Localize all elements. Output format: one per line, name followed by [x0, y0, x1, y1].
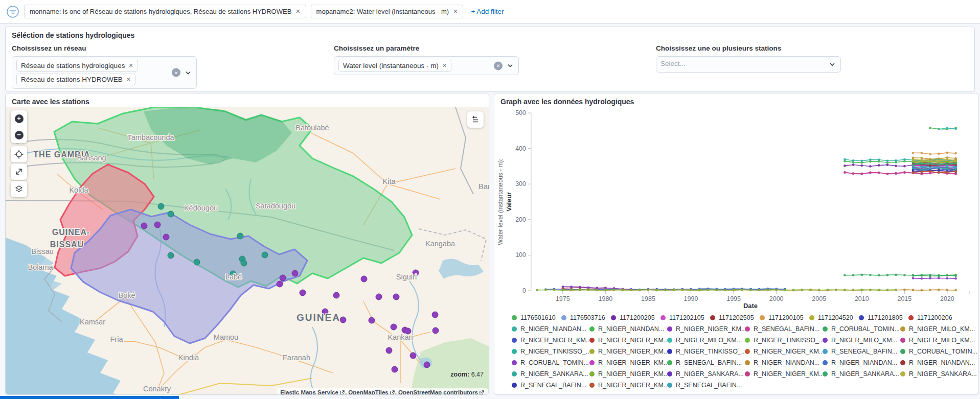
legend-item: 1171200205 [611, 314, 660, 321]
station-marker-teal[interactable] [241, 260, 247, 266]
legend-label: R_NIGER_TINKISSO_... [676, 348, 745, 355]
legend-dot [512, 326, 517, 332]
legend-dot [512, 349, 517, 354]
forest-area [409, 338, 489, 395]
add-filter-button[interactable]: + Add filter [471, 8, 504, 15]
clear-selection-icon[interactable]: ✕ [172, 68, 180, 77]
legend-dot [745, 371, 750, 377]
fit-to-data-button[interactable] [11, 146, 27, 162]
legend-item: 1176503716 [561, 314, 611, 321]
chevron-down-icon[interactable] [828, 60, 836, 68]
filter-funnel-icon[interactable] [6, 5, 19, 18]
legend-dot [900, 338, 905, 343]
station-marker-purple[interactable] [280, 275, 286, 281]
legend-label: 1176501610 [520, 314, 556, 321]
attribution-link[interactable]: OpenStreetMap contributors [398, 389, 478, 395]
station-marker-purple[interactable] [432, 312, 438, 318]
zoom-in-button[interactable]: + [11, 110, 27, 127]
station-marker-purple[interactable] [392, 366, 398, 372]
map-label: Satadougou [256, 202, 295, 210]
legend-row: 1176501610117650371611712002051171202105… [512, 312, 978, 323]
station-marker-purple[interactable] [432, 327, 439, 334]
station-marker-purple[interactable] [333, 292, 339, 298]
legend-item: R_SENEGAL_BAFIN... [823, 348, 900, 355]
station-marker-teal[interactable] [194, 259, 200, 265]
legend-label: R_NIGER_SANKARA... [520, 370, 588, 378]
parameter-pill-1[interactable]: Water level (instantaneous - m) ✕ [338, 60, 451, 72]
station-marker-purple[interactable] [163, 234, 169, 240]
chevron-down-icon[interactable] [184, 68, 192, 77]
map-label: Bam [478, 182, 489, 191]
map-image[interactable]: TambacoundaBafoulabéKitaBamTHE GAMBIABan… [6, 107, 489, 395]
legend-label: R_NIGER_NIANDAN... [520, 325, 586, 333]
chart-legend: 1176501610117650371611712002051171202105… [494, 310, 978, 391]
filter-pill-label: mopaname2: Water level (instantaneous - … [316, 8, 449, 15]
reservoir [439, 259, 484, 279]
station-marker-purple[interactable] [154, 222, 161, 228]
map-legend-toggle-button[interactable] [467, 111, 484, 128]
draw-tools-button[interactable] [11, 181, 27, 197]
station-marker-purple[interactable] [376, 294, 382, 300]
stations-combobox[interactable]: Select... [656, 56, 841, 73]
attribution-link[interactable]: OpenMapTiles [348, 389, 388, 395]
station-marker-purple[interactable] [391, 324, 397, 330]
attribution-link[interactable]: Elastic Maps Service [280, 389, 338, 395]
station-marker-purple[interactable] [277, 281, 283, 287]
legend-dot [667, 349, 672, 354]
legend-dot [745, 326, 750, 332]
map-canvas[interactable]: TambacoundaBafoulabéKitaBamTHE GAMBIABan… [6, 107, 489, 395]
y-axis-tick-label: 300 [515, 180, 526, 187]
filter-pill-monname[interactable]: monname: is one of Réseau de stations hy… [24, 5, 306, 18]
station-marker-teal[interactable] [262, 252, 268, 258]
legend-item: R_NIGER_NIANDAN... [589, 325, 667, 333]
station-marker-purple[interactable] [141, 223, 147, 229]
station-marker-purple[interactable] [361, 276, 367, 282]
zoom-out-button[interactable]: − [11, 127, 27, 143]
legend-item: R_NIGER_SANKARA... [900, 370, 978, 378]
map-label: Fria [110, 335, 124, 343]
station-marker-purple[interactable] [340, 317, 346, 323]
station-marker-teal[interactable] [158, 203, 164, 209]
station-marker-purple[interactable] [386, 347, 392, 354]
legend-item: R_NIGER_NIGER_KM... [667, 325, 745, 333]
legend-dot [823, 338, 828, 343]
station-marker-teal[interactable] [237, 233, 243, 239]
legend-dot [512, 315, 517, 320]
station-marker-purple[interactable] [369, 317, 375, 323]
legend-item: R_NIGER_TINKISSO_... [512, 348, 589, 355]
hydrograph-chart[interactable]: 0100200300400500197519801985199019952000… [494, 107, 977, 310]
legend-item: R_SENEGAL_BAFIN... [745, 325, 823, 333]
network-combobox[interactable]: Réseau de stations hydrologiques ✕ Résea… [12, 56, 197, 89]
map-label: Tambacounda [127, 133, 174, 142]
legend-label: R_CORUBAL_TOMIN... [831, 325, 900, 333]
station-marker-teal[interactable] [168, 211, 174, 217]
clear-selection-icon[interactable]: ✕ [494, 61, 503, 70]
remove-option-icon[interactable]: ✕ [128, 63, 133, 68]
parameter-combobox[interactable]: Water level (instantaneous - m) ✕ ✕ [334, 56, 519, 75]
remove-option-icon[interactable]: ✕ [126, 77, 131, 82]
station-marker-purple[interactable] [300, 290, 306, 296]
legend-dot [512, 383, 517, 388]
selection-panel-title: Séléction de stations hydrologiques [6, 27, 974, 39]
filter-pill-mopaname2[interactable]: mopaname2: Water level (instantaneous - … [311, 5, 464, 18]
station-marker-purple[interactable] [410, 353, 416, 359]
legend-row: R_CORUBAL_TOMIN...R_NIGER_NIGER_KM...R_S… [512, 357, 978, 368]
map-label: Bafoulabé [295, 124, 329, 132]
station-marker-teal[interactable] [168, 252, 174, 259]
legend-label: R_NIGER_TINKISSO_... [754, 337, 823, 344]
station-marker-purple[interactable] [424, 362, 430, 368]
network-pill-1[interactable]: Réseau de stations hydrologiques ✕ [16, 60, 138, 72]
legend-dot [589, 371, 595, 377]
y-axis-tick-label: 0 [522, 287, 526, 294]
remove-filter-icon[interactable]: ✕ [295, 9, 300, 14]
x-axis-tick-label: 2015 [897, 295, 911, 302]
station-marker-purple[interactable] [292, 270, 298, 276]
network-pill-2[interactable]: Réseau de stations HYDROWEB ✕ [16, 74, 135, 85]
legend-label: R_NIGER_TINKISSO_... [520, 348, 589, 355]
measure-button[interactable] [11, 163, 27, 180]
remove-option-icon[interactable]: ✕ [442, 63, 447, 68]
chevron-down-icon[interactable] [506, 62, 514, 70]
legend-row: R_NIGER_TINKISSO_...R_NIGER_NIGER_KM...R… [512, 346, 978, 357]
remove-filter-icon[interactable]: ✕ [453, 9, 458, 14]
station-marker-purple[interactable] [393, 294, 399, 300]
